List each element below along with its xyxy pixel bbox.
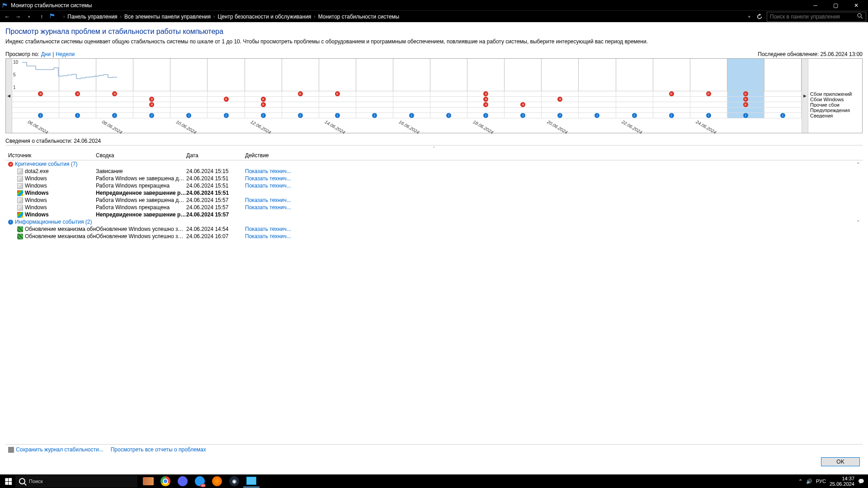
chart-cell[interactable] [319,91,356,96]
chart-cell[interactable] [393,97,430,102]
chart-cell[interactable] [727,113,764,118]
chart-column[interactable] [133,59,170,91]
event-row[interactable]: WindowsНепредвиденное завершение рабо...… [5,189,863,197]
chart-cell[interactable] [616,91,653,96]
chart-column[interactable] [393,59,430,91]
group-critical[interactable]: Критические события (7) [5,160,854,168]
chart-cell[interactable] [467,97,505,102]
event-row[interactable]: WindowsРабота Windows не завершена долж.… [5,175,863,182]
col-summary[interactable]: Сводка [96,152,186,159]
chart-cell[interactable] [579,91,616,96]
chart-cell[interactable] [764,113,802,118]
close-button[interactable]: ✕ [846,0,866,10]
chart-cell[interactable] [22,91,59,96]
chart-cell[interactable] [282,108,319,113]
event-row[interactable]: WindowsРабота Windows прекращена24.06.20… [5,204,863,211]
chart-cell[interactable] [393,91,430,96]
chart-cell[interactable] [22,102,59,107]
chart-cell[interactable] [430,108,467,113]
chart-cell[interactable] [542,97,579,102]
chart-cell[interactable] [319,108,356,113]
chart-cell[interactable] [319,113,356,118]
nav-up-button[interactable]: ↑ [36,11,47,22]
chart-cell[interactable] [59,97,96,102]
chart-cell[interactable] [282,97,319,102]
breadcrumb-item[interactable]: Панель управления [67,14,117,20]
group-collapse[interactable]: ⌃ [854,220,863,225]
chart-cell[interactable] [96,91,133,96]
chart-cell[interactable] [764,102,802,107]
maximize-button[interactable]: ▢ [826,0,846,10]
chart-cell[interactable] [764,91,802,96]
chart-cell[interactable] [727,108,764,113]
chart-cell[interactable] [616,102,653,107]
chart-cell[interactable] [356,97,393,102]
chart-column[interactable] [96,59,133,91]
chart-cell[interactable] [356,102,393,107]
chart-cell[interactable] [59,108,96,113]
chart-cell[interactable] [22,97,59,102]
chart-cell[interactable] [653,102,690,107]
col-date[interactable]: Дата [186,152,245,159]
chart-cell[interactable] [430,102,467,107]
event-row[interactable]: WindowsРабота Windows не завершена долж.… [5,197,863,204]
chart-cell[interactable] [727,102,764,107]
chart-column[interactable] [616,59,653,91]
chart-cell[interactable] [764,108,802,113]
chart-cell[interactable] [170,97,208,102]
chart-cell[interactable] [393,113,430,118]
chart-cell[interactable] [208,97,245,102]
breadcrumb-dropdown[interactable]: ▾ [748,14,750,19]
chart-cell[interactable] [208,108,245,113]
chart-cell[interactable] [133,113,170,118]
chart-cell[interactable] [245,108,282,113]
chart-column[interactable] [170,59,208,91]
chart-cell[interactable] [430,113,467,118]
chart-cell[interactable] [59,113,96,118]
start-button[interactable] [2,475,14,488]
chart-column[interactable] [282,59,319,91]
chart-cell[interactable] [542,91,579,96]
chart-cell[interactable] [133,108,170,113]
search-box[interactable] [767,12,866,22]
event-row[interactable]: Обновление механизма обна...Обновление W… [5,225,863,233]
chart-column[interactable] [505,59,542,91]
breadcrumb-item[interactable]: Монитор стабильности системы [318,14,400,20]
chart-cell[interactable] [616,108,653,113]
chart-column[interactable] [245,59,282,91]
group-collapse[interactable]: ⌃ [854,162,863,167]
taskbar-app[interactable] [209,475,225,488]
chart-column[interactable] [59,59,96,91]
chart-column[interactable] [579,59,616,91]
chart-column[interactable] [22,59,59,91]
chart-cell[interactable] [653,108,690,113]
chart-cell[interactable] [467,113,505,118]
chart-cell[interactable] [170,108,208,113]
chart-column[interactable] [764,59,802,91]
chart-cell[interactable] [133,91,170,96]
chart-cell[interactable] [282,102,319,107]
save-reliability-link[interactable]: Сохранить журнал стабильности... [8,446,104,453]
chart-cell[interactable] [96,102,133,107]
chart-cell[interactable] [170,113,208,118]
chart-cell[interactable] [356,113,393,118]
chart-cell[interactable] [505,97,542,102]
chart-cell[interactable] [133,97,170,102]
chart-cell[interactable] [505,91,542,96]
chart-cell[interactable] [430,91,467,96]
chart-cell[interactable] [690,91,727,96]
taskbar-app-steam[interactable]: ◉ [226,475,242,488]
tray-notifications-icon[interactable]: 💬 [858,479,864,484]
chart-column[interactable] [319,59,356,91]
chart-cell[interactable] [542,113,579,118]
details-collapse-icon[interactable]: ⌃ [5,145,863,151]
chart-cell[interactable] [319,102,356,107]
taskbar-app-discord[interactable] [175,475,191,488]
chart-cell[interactable] [764,97,802,102]
chart-column[interactable] [727,59,764,91]
event-row[interactable]: Обновление механизма обна...Обновление W… [5,233,863,240]
nav-recent-button[interactable]: ▾ [24,11,34,22]
chart-cell[interactable] [505,108,542,113]
chart-cell[interactable] [282,91,319,96]
view-days-link[interactable]: Дни [41,51,51,57]
